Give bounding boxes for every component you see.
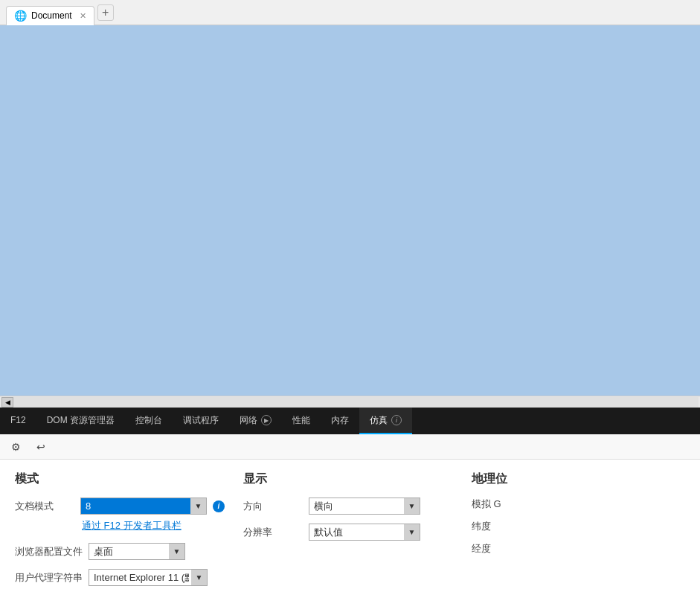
geo-section-title: 地理位 xyxy=(472,471,685,487)
tab-debugger[interactable]: 调试程序 xyxy=(173,408,229,434)
geo-section: 地理位 模拟 G 纬度 经度 xyxy=(472,471,685,595)
doc-mode-select-wrapper: 8 ▼ xyxy=(80,498,207,515)
orientation-select[interactable]: 横向 纵向 xyxy=(309,498,420,515)
orientation-select-wrapper: 横向 纵向 ▼ xyxy=(309,498,420,515)
orientation-row: 方向 横向 纵向 ▼ xyxy=(243,498,457,515)
tab-performance[interactable]: 性能 xyxy=(282,408,321,434)
tab-console-label: 控制台 xyxy=(135,414,162,427)
user-agent-select[interactable]: Internet Explorer 11 (默认) xyxy=(89,569,208,586)
devtools-secondary-toolbar: ⚙ ↩ xyxy=(0,434,700,460)
orientation-label: 方向 xyxy=(243,500,303,513)
doc-mode-info-icon[interactable]: i xyxy=(213,500,225,512)
user-agent-label: 用户代理字符串 xyxy=(15,571,83,585)
geo-simulate-label: 模拟 G xyxy=(472,498,501,511)
doc-mode-link-row: 通过 F12 开发者工具栏 xyxy=(82,519,228,532)
horizontal-scrollbar[interactable]: ◀ xyxy=(0,396,700,408)
display-section-title: 显示 xyxy=(243,471,457,487)
emulation-panel: 模式 文档模式 8 ▼ i 通过 F12 开发者工具栏 浏览器配置文件 桌面 W… xyxy=(0,460,700,607)
geo-latitude-label: 纬度 xyxy=(472,520,491,533)
user-agent-row: 用户代理字符串 Internet Explorer 11 (默认) ▼ xyxy=(15,569,228,586)
doc-mode-select[interactable]: 8 xyxy=(80,498,207,515)
doc-mode-link[interactable]: 通过 F12 开发者工具栏 xyxy=(82,519,182,532)
tab-emulation[interactable]: 仿真 i xyxy=(359,408,412,434)
tab-emulation-label: 仿真 xyxy=(370,414,388,427)
mode-section: 模式 文档模式 8 ▼ i 通过 F12 开发者工具栏 浏览器配置文件 桌面 W… xyxy=(15,471,228,595)
geo-longitude-row: 经度 xyxy=(472,542,685,556)
resolution-select[interactable]: 默认值 1024x768 1280x800 xyxy=(309,524,420,541)
browser-profile-row: 浏览器配置文件 桌面 Windows Phone ▼ xyxy=(15,543,228,560)
resolution-label: 分辨率 xyxy=(243,526,303,539)
tab-dom-label: DOM 资源管理器 xyxy=(47,414,115,427)
browser-profile-select[interactable]: 桌面 Windows Phone xyxy=(89,543,185,560)
tab-memory[interactable]: 内存 xyxy=(321,408,359,434)
doc-mode-label: 文档模式 xyxy=(15,500,74,513)
geo-simulate-row: 模拟 G xyxy=(472,498,685,511)
mode-section-title: 模式 xyxy=(15,471,228,487)
undo-button[interactable]: ↩ xyxy=(31,437,51,457)
settings-button[interactable]: ⚙ xyxy=(6,437,25,457)
tab-f12[interactable]: F12 xyxy=(0,408,36,434)
new-tab-button[interactable]: + xyxy=(97,4,114,21)
settings-icon: ⚙ xyxy=(11,441,21,453)
browser-tab-title: Document xyxy=(31,10,72,21)
browser-tab-favicon: 🌐 xyxy=(14,10,27,22)
doc-mode-row: 文档模式 8 ▼ i xyxy=(15,498,228,515)
resolution-select-wrapper: 默认值 1024x768 1280x800 ▼ xyxy=(309,524,420,541)
tab-performance-label: 性能 xyxy=(292,414,310,427)
browser-titlebar: 🌐 Document ✕ + xyxy=(0,0,700,25)
geo-latitude-row: 纬度 xyxy=(472,520,685,533)
undo-icon: ↩ xyxy=(36,441,45,453)
tab-f12-label: F12 xyxy=(10,415,26,425)
user-agent-select-wrapper: Internet Explorer 11 (默认) ▼ xyxy=(89,569,208,586)
scrollbar-track[interactable] xyxy=(13,397,699,408)
resolution-row: 分辨率 默认值 1024x768 1280x800 ▼ xyxy=(243,524,457,541)
tab-network[interactable]: 网络 ▶ xyxy=(229,408,282,434)
tab-network-label: 网络 xyxy=(240,414,257,427)
geo-longitude-label: 经度 xyxy=(472,542,491,556)
tab-dom[interactable]: DOM 资源管理器 xyxy=(36,408,125,434)
network-play-icon: ▶ xyxy=(261,415,272,425)
browser-profile-select-wrapper: 桌面 Windows Phone ▼ xyxy=(89,543,185,560)
browser-tab[interactable]: 🌐 Document ✕ xyxy=(6,6,94,25)
browser-content-area xyxy=(0,25,700,396)
display-section: 显示 方向 横向 纵向 ▼ 分辨率 默认值 1024x768 1280x800 xyxy=(243,471,457,595)
scroll-left-button[interactable]: ◀ xyxy=(1,397,13,408)
tab-console[interactable]: 控制台 xyxy=(125,408,173,434)
browser-tab-close-button[interactable]: ✕ xyxy=(80,11,86,21)
browser-profile-label: 浏览器配置文件 xyxy=(15,545,83,558)
devtools-toolbar: F12 DOM 资源管理器 控制台 调试程序 网络 ▶ 性能 内存 仿真 i xyxy=(0,408,700,434)
tab-debugger-label: 调试程序 xyxy=(183,414,219,427)
emulation-info-icon: i xyxy=(391,415,402,425)
tab-memory-label: 内存 xyxy=(331,414,349,427)
